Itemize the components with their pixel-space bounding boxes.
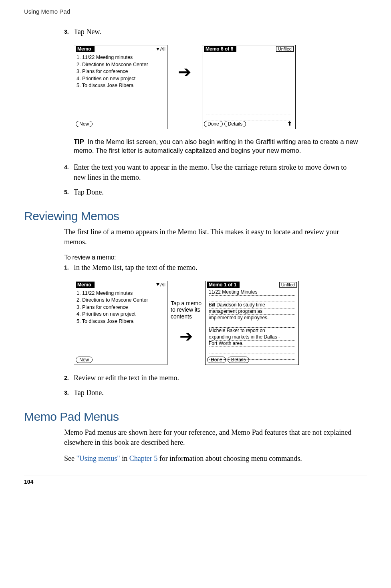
- callout-tap-memo: Tap a memo to review its contents: [171, 300, 202, 320]
- pda-memo-view: Memo 1 of 1 Unfiled 11/22 Meeting Minute…: [205, 281, 299, 365]
- step-number: 2.: [64, 373, 74, 383]
- step-text: Tap Done.: [74, 388, 359, 398]
- pda-category-label: All: [160, 282, 165, 288]
- memo-list-item[interactable]: 4. Priorities on new project: [77, 311, 165, 318]
- review-step-1: 1. In the Memo list, tap the text of the…: [64, 263, 359, 273]
- pda-category-selector[interactable]: Unfiled: [276, 46, 294, 52]
- arrow-right-icon: ➔: [171, 328, 202, 344]
- memo-list-item[interactable]: 2. Directions to Moscone Center: [77, 297, 165, 304]
- dropdown-icon: [156, 48, 159, 51]
- scroll-up-icon[interactable]: ⬆: [287, 120, 292, 127]
- pda-title: Memo: [76, 282, 95, 288]
- para-reviewing-intro: The first line of a memo appears in the …: [64, 227, 359, 247]
- new-button[interactable]: New: [76, 357, 93, 363]
- step-5: 5. Tap Done.: [64, 187, 359, 197]
- page-footer: 104: [24, 476, 367, 485]
- memo-body[interactable]: 11/22 Meeting Minutes Bill Davidson to s…: [206, 288, 298, 361]
- review-step-3: 3. Tap Done.: [64, 388, 359, 398]
- link-chapter-5[interactable]: Chapter 5: [129, 454, 157, 462]
- step-number: 3.: [64, 27, 74, 37]
- figure-review-memo: Memo All 1. 11/22 Meeting minutes 2. Dir…: [74, 281, 359, 365]
- done-button[interactable]: Done: [204, 121, 223, 127]
- pda-title: Memo 1 of 1: [207, 282, 240, 288]
- heading-memo-pad-menus: Memo Pad Menus: [24, 410, 367, 424]
- step-text: Tap New.: [74, 27, 359, 37]
- memo-list-item[interactable]: 4. Priorities on new project: [77, 75, 165, 83]
- pda-memo-list: Memo All 1. 11/22 Meeting minutes 2. Dir…: [74, 281, 167, 365]
- new-button[interactable]: New: [76, 121, 93, 127]
- step-text: In the Memo list, tap the text of the me…: [74, 263, 359, 273]
- details-button[interactable]: Details: [228, 357, 250, 363]
- details-button[interactable]: Details: [224, 121, 246, 127]
- tip-block: TIP In the Memo list screen, you can als…: [74, 137, 359, 155]
- pda-category-selector[interactable]: All: [156, 282, 165, 288]
- done-button[interactable]: Done: [207, 357, 226, 363]
- dropdown-icon: [156, 283, 159, 286]
- subheading-to-review: To review a memo:: [64, 254, 367, 261]
- memo-list-item[interactable]: 2. Directions to Moscone Center: [77, 61, 165, 69]
- step-3: 3. Tap New.: [64, 27, 359, 37]
- step-number: 5.: [64, 187, 74, 197]
- pda-memo-list: Memo All 1. 11/22 Meeting minutes 2. Dir…: [74, 45, 167, 129]
- pda-category-selector[interactable]: Unfiled: [279, 282, 297, 288]
- step-number: 1.: [64, 263, 74, 273]
- memo-list-item[interactable]: 3. Plans for conference: [77, 304, 165, 311]
- pda-category-label: All: [160, 46, 165, 52]
- para-menus-1: Memo Pad menus are shown here for your r…: [64, 428, 359, 448]
- tip-label: TIP: [74, 138, 84, 145]
- memo-list-item[interactable]: 1. 11/22 Meeting minutes: [77, 290, 165, 297]
- arrow-right-icon: ➔: [178, 64, 191, 80]
- tip-text: In the Memo list screen, you can also be…: [74, 138, 358, 154]
- review-step-2: 2. Review or edit the text in the memo.: [64, 373, 359, 383]
- memo-list-item[interactable]: 3. Plans for conference: [77, 68, 165, 75]
- step-number: 3.: [64, 388, 74, 398]
- step-text: Enter the text you want to appear in the…: [74, 162, 359, 182]
- pda-title: Memo 6 of 6: [204, 46, 236, 52]
- step-number: 4.: [64, 162, 74, 182]
- step-text: Tap Done.: [74, 187, 359, 197]
- memo-list-item[interactable]: 1. 11/22 Meeting minutes: [77, 54, 165, 61]
- memo-list-item[interactable]: 5. To discuss Jose Ribera: [77, 82, 165, 89]
- page-number: 104: [24, 479, 33, 485]
- pda-title: Memo: [76, 46, 95, 52]
- step-text: Review or edit the text in the memo.: [74, 373, 359, 383]
- pda-category-selector[interactable]: All: [156, 46, 165, 52]
- link-using-menus[interactable]: "Using menus": [77, 454, 120, 462]
- pda-memo-edit-blank: Memo 6 of 6 Unfiled Done Details ⬆: [202, 45, 296, 129]
- heading-reviewing-memos: Reviewing Memos: [24, 209, 367, 223]
- step-4: 4. Enter the text you want to appear in …: [64, 162, 359, 182]
- running-head: Using Memo Pad: [24, 8, 367, 15]
- memo-list-item[interactable]: 5. To discuss Jose Ribera: [77, 318, 165, 325]
- para-menus-2: See "Using menus" in Chapter 5 for infor…: [64, 454, 359, 464]
- figure-tap-new: Memo All 1. 11/22 Meeting minutes 2. Dir…: [74, 45, 359, 129]
